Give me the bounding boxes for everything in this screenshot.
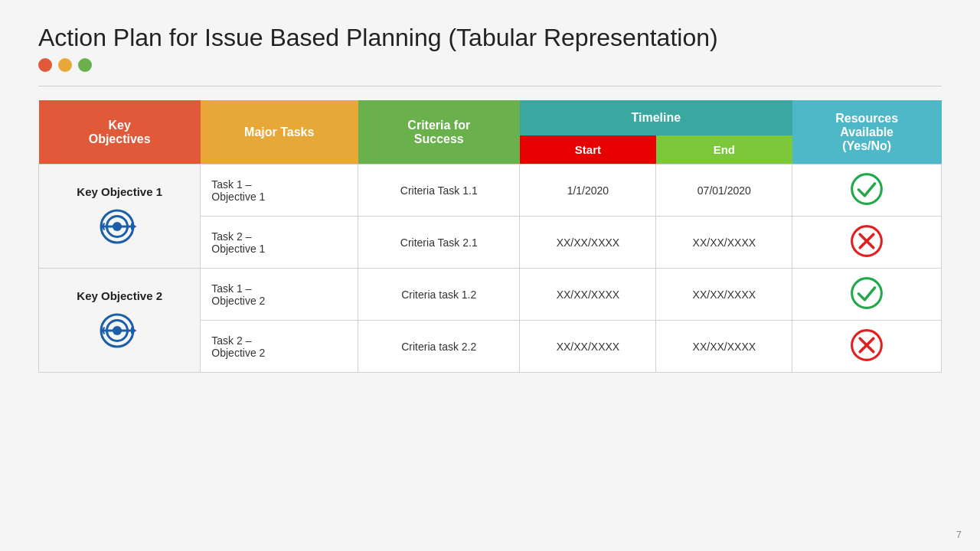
- criteria-2-2: Criteria task 2.2: [358, 321, 520, 373]
- criteria-2-1: Criteria Task 2.1: [358, 217, 520, 269]
- page-number: 7: [956, 529, 962, 540]
- target-icon-1: [96, 201, 142, 247]
- header-objectives: Key Objectives: [39, 100, 201, 165]
- task-2-2: Task 2 – Objective 2: [201, 321, 358, 373]
- end-2-1: XX/XX/XXXX: [656, 217, 792, 269]
- table-row: Key Objective 1: [39, 165, 942, 217]
- table-body: Key Objective 1: [39, 165, 942, 373]
- start-1-2: XX/XX/XXXX: [520, 269, 656, 321]
- end-1-1: 07/01/2020: [656, 165, 792, 217]
- decorative-dots: [38, 58, 942, 72]
- target-icon-2: [96, 305, 142, 351]
- end-1-2: XX/XX/XXXX: [656, 269, 792, 321]
- x-icon-2-2: [850, 328, 884, 362]
- page-title: Action Plan for Issue Based Planning (Ta…: [38, 23, 942, 52]
- divider: [38, 86, 942, 86]
- end-2-2: XX/XX/XXXX: [656, 321, 792, 373]
- resource-2-1: [792, 217, 942, 269]
- resource-2-2: [792, 321, 942, 373]
- criteria-1-2: Criteria task 1.2: [358, 269, 520, 321]
- slide: Action Plan for Issue Based Planning (Ta…: [0, 0, 980, 551]
- start-2-2: XX/XX/XXXX: [520, 321, 656, 373]
- action-plan-table: Key Objectives Major Tasks Criteria for …: [38, 100, 942, 373]
- criteria-1-1: Criteria Task 1.1: [358, 165, 520, 217]
- header-start: Start: [520, 135, 656, 165]
- check-icon-1-1: [850, 172, 884, 206]
- header-row: Key Objectives Major Tasks Criteria for …: [39, 100, 942, 135]
- start-1-1: 1/1/2020: [520, 165, 656, 217]
- resource-1-2: [792, 269, 942, 321]
- x-icon-2-1: [850, 224, 884, 258]
- objective-1-label: Key Objective 1: [77, 185, 162, 198]
- dot-green: [78, 58, 92, 72]
- header-end: End: [656, 135, 792, 165]
- resource-1-1: [792, 165, 942, 217]
- objective-2-label: Key Objective 2: [77, 289, 162, 302]
- objective-cell-1: Key Objective 1: [39, 165, 201, 269]
- task-1-2: Task 1 – Objective 2: [201, 269, 358, 321]
- dot-orange: [58, 58, 72, 72]
- header-tasks: Major Tasks: [201, 100, 358, 165]
- task-2-1: Task 2 – Objective 1: [201, 217, 358, 269]
- task-1-1: Task 1 – Objective 1: [201, 165, 358, 217]
- header-resources: Resources Available (Yes/No): [792, 100, 942, 165]
- svg-point-7: [852, 174, 882, 204]
- svg-point-18: [852, 279, 882, 308]
- start-2-1: XX/XX/XXXX: [520, 217, 656, 269]
- check-icon-1-2: [850, 276, 884, 310]
- header-timeline: Timeline: [520, 100, 792, 135]
- objective-cell-2: Key Objective 2: [39, 269, 201, 373]
- header-criteria: Criteria for Success: [358, 100, 520, 165]
- dot-red: [38, 58, 52, 72]
- table-row: Key Objective 2 Task 1 – Objective 2: [39, 269, 942, 321]
